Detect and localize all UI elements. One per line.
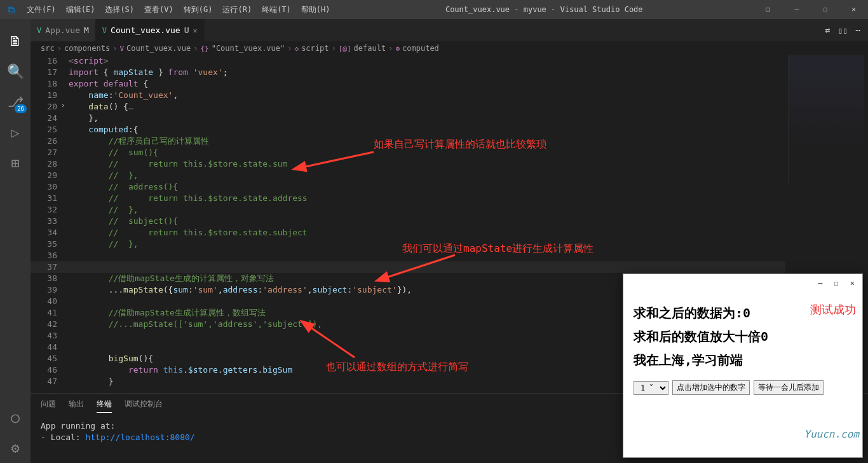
fold-icon[interactable]: ›: [61, 101, 65, 109]
scm-badge: 26: [15, 104, 27, 113]
menu-item[interactable]: 查看(V): [140, 0, 178, 19]
wait-add-button[interactable]: 等待一会儿后添加: [754, 380, 824, 395]
breadcrumb-icon: [@]: [339, 45, 351, 53]
svg-line-2: [309, 326, 355, 357]
bigsum-heading: 求和后的数值放大十倍0: [634, 328, 852, 345]
tab-modifier: U: [184, 25, 189, 35]
vue-icon: V: [37, 26, 41, 35]
close-tab-icon[interactable]: ✕: [193, 26, 198, 35]
vscode-logo-icon: ⧉: [0, 4, 22, 16]
browser-titlebar: ― ☐ ✕: [623, 274, 862, 292]
menu-item[interactable]: 帮助(H): [297, 0, 335, 19]
breadcrumb-item[interactable]: Count_vuex.vue: [126, 44, 191, 53]
compare-icon[interactable]: ⇄: [825, 25, 831, 35]
tab-label: App.vue: [45, 25, 80, 35]
activity-bar: 🗎 🔍 ⎇26 ▷ ⊞ ◯ ⚙: [0, 19, 31, 463]
breadcrumb-item[interactable]: default: [354, 44, 386, 53]
menu-item[interactable]: 终端(T): [257, 0, 295, 19]
tab-actions: ⇄ ▯▯ ⋯: [818, 19, 868, 41]
number-select[interactable]: 1 ˅: [634, 381, 668, 395]
editor-tab[interactable]: VApp.vueM: [31, 19, 96, 41]
breadcrumb-icon: {}: [200, 45, 208, 53]
settings-gear-icon[interactable]: ⚙: [0, 432, 31, 463]
more-icon[interactable]: ⋯: [855, 25, 860, 35]
menu-item[interactable]: 编辑(E): [62, 0, 100, 19]
tab-modifier: M: [84, 25, 89, 35]
minimap[interactable]: [788, 55, 864, 183]
explorer-icon[interactable]: 🗎: [0, 25, 31, 56]
editor-tab[interactable]: VCount_vuex.vueU✕: [96, 19, 205, 41]
search-icon[interactable]: 🔍: [0, 56, 31, 86]
run-debug-icon[interactable]: ▷: [0, 117, 31, 148]
breadcrumb-icon: V: [119, 45, 124, 53]
svg-line-0: [302, 152, 374, 167]
panel-tab[interactable]: 问题: [41, 396, 56, 413]
window-controls: ▢ ― ☐ ✕: [754, 0, 868, 19]
account-icon[interactable]: ◯: [0, 402, 31, 432]
local-url[interactable]: http://localhost:8080/: [85, 432, 194, 442]
breadcrumb-item[interactable]: computed: [402, 44, 439, 53]
svg-line-1: [385, 255, 455, 278]
menu-item[interactable]: 文件(F): [22, 0, 60, 19]
close-button[interactable]: ✕: [839, 0, 868, 19]
panel-tab[interactable]: 调试控制台: [125, 396, 163, 413]
arrow-3-icon: [304, 322, 367, 361]
menu-item[interactable]: 选择(S): [100, 0, 139, 19]
browser-close-icon[interactable]: ✕: [850, 279, 855, 287]
vue-icon: V: [102, 26, 107, 35]
editor-tabs: VApp.vueMVCount_vuex.vueU✕ ⇄ ▯▯ ⋯: [31, 19, 868, 41]
maximize-button[interactable]: ☐: [811, 0, 839, 19]
panel-tab[interactable]: 终端: [97, 396, 112, 413]
title-bar: ⧉ 文件(F)编辑(E)选择(S)查看(V)转到(G)运行(R)终端(T)帮助(…: [0, 0, 868, 19]
menu-bar: 文件(F)编辑(E)选择(S)查看(V)转到(G)运行(R)终端(T)帮助(H): [22, 0, 335, 19]
layout-icon[interactable]: ▢: [754, 0, 782, 19]
add-button[interactable]: 点击增加选中的数字: [672, 380, 750, 395]
breadcrumb-item[interactable]: src: [41, 44, 55, 53]
location-heading: 我在上海,学习前端: [634, 352, 852, 369]
panel-tab[interactable]: 输出: [69, 396, 84, 413]
breadcrumb-item[interactable]: components: [64, 44, 110, 53]
breadcrumb-icon: ◇: [295, 45, 299, 53]
menu-item[interactable]: 转到(G): [179, 0, 217, 19]
source-control-icon[interactable]: ⎇26: [0, 86, 31, 117]
breadcrumb-icon: ⚙: [395, 45, 400, 53]
extensions-icon[interactable]: ⊞: [0, 148, 31, 178]
menu-item[interactable]: 运行(R): [218, 0, 256, 19]
tab-label: Count_vuex.vue: [111, 25, 180, 35]
window-title: Count_vuex.vue - myvue - Visual Studio C…: [335, 5, 754, 14]
arrow-2-icon: [380, 252, 463, 284]
watermark: Yuucn.com: [804, 428, 859, 440]
breadcrumb[interactable]: src›components›VCount_vuex.vue›{}"Count_…: [31, 41, 868, 55]
split-editor-icon[interactable]: ▯▯: [838, 25, 848, 35]
browser-maximize-icon[interactable]: ☐: [834, 279, 839, 287]
arrow-1-icon: [297, 149, 380, 175]
test-success-badge: 测试成功: [810, 302, 856, 317]
breadcrumb-item[interactable]: script: [301, 44, 329, 53]
browser-controls: 1 ˅ 点击增加选中的数字 等待一会儿后添加: [634, 380, 852, 395]
browser-minimize-icon[interactable]: ―: [818, 279, 822, 287]
breadcrumb-item[interactable]: "Count_vuex.vue": [212, 44, 285, 53]
minimize-button[interactable]: ―: [782, 0, 811, 19]
